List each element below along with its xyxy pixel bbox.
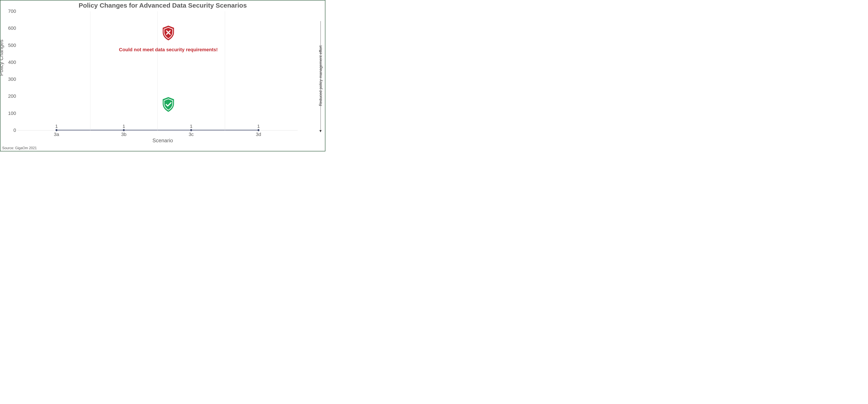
svg-point-3 — [258, 129, 259, 131]
y-tick-label: 300 — [5, 76, 16, 82]
gridline — [225, 11, 225, 130]
y-tick-label: 600 — [5, 25, 16, 31]
svg-point-1 — [123, 129, 125, 131]
plot-area: 01002003004005006007003a3b3c3d1111Could … — [18, 11, 298, 130]
x-tick-label: 3a — [54, 132, 59, 137]
x-tick-label: 3b — [121, 132, 126, 137]
shield-check-icon — [161, 97, 175, 113]
data-label: 1 — [123, 124, 125, 129]
data-label: 1 — [55, 124, 58, 129]
y-axis-label: Policy Changes — [0, 39, 4, 76]
y-tick-label: 100 — [5, 111, 16, 116]
x-axis-label: Scenario — [0, 137, 325, 144]
y-tick-label: 0 — [5, 127, 16, 133]
shield-x-icon — [161, 25, 175, 42]
svg-point-2 — [190, 129, 192, 131]
chart-frame: Policy Changes for Advanced Data Securit… — [0, 0, 326, 151]
right-axis-label: Reduced policy management effort — [318, 45, 323, 106]
data-label: 1 — [257, 124, 260, 129]
y-tick-label: 700 — [5, 8, 16, 14]
data-label: 1 — [190, 124, 192, 129]
y-tick-label: 400 — [5, 60, 16, 65]
annotation-text: Could not meet data security requirement… — [119, 47, 218, 53]
svg-point-0 — [56, 129, 58, 131]
x-tick-label: 3c — [189, 132, 193, 137]
right-arrow-group: Reduced policy management effort — [318, 19, 323, 132]
y-tick-label: 500 — [5, 42, 16, 48]
x-tick-label: 3d — [256, 132, 261, 137]
source-text: Source: GigaOm 2021 — [2, 146, 37, 150]
chart-title: Policy Changes for Advanced Data Securit… — [0, 2, 325, 9]
gridline — [157, 11, 158, 130]
y-tick-label: 200 — [5, 93, 16, 99]
